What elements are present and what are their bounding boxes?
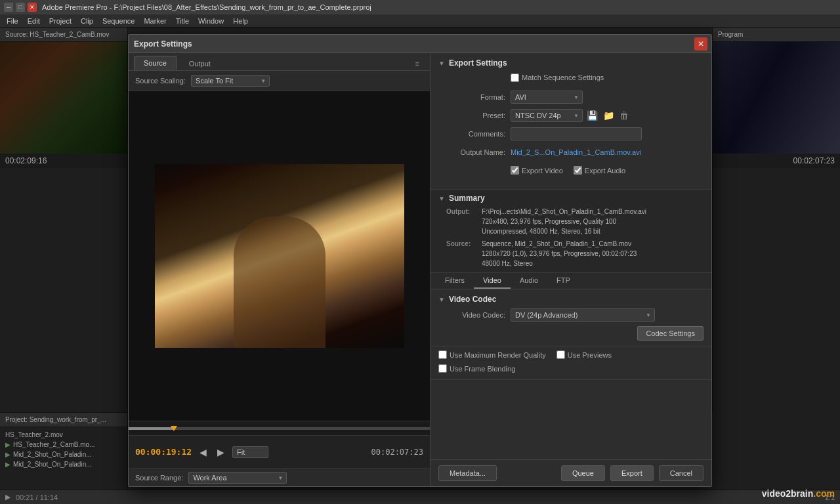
settings-scroll-area[interactable]: ▼ Export Settings Match Sequence Setting… <box>430 53 711 459</box>
minimize-button[interactable]: ─ <box>4 3 13 12</box>
playhead-marker <box>171 426 177 431</box>
codec-tabs: Filters Video Audio FTP <box>430 273 711 289</box>
use-previews-row: Use Previews <box>556 350 612 359</box>
preset-controls: NTSC DV 24p NTSC DV PAL DV ▼ 💾 📁 🗑 <box>511 109 630 122</box>
source-range-label: Source Range: <box>135 474 183 482</box>
video-codec-title: Video Codec <box>449 295 496 304</box>
source-scaling-select[interactable]: Scale To Fit Scale To Fill Stretch To Fi… <box>191 75 270 87</box>
use-previews-checkbox[interactable] <box>556 350 565 359</box>
menu-title[interactable]: Title <box>172 16 193 26</box>
tab-audio[interactable]: Audio <box>511 273 547 289</box>
export-button[interactable]: Export <box>610 465 654 481</box>
dialog-footer: Metadata... Queue Export Cancel <box>430 459 711 486</box>
title-bar: ─ □ ✕ Adobe Premiere Pro - F:\Project Fi… <box>0 0 840 14</box>
summary-output-row: Output: F:\Proj...ects\Mid_2_Shot_On_Pal… <box>446 207 704 236</box>
match-sequence-checkbox[interactable] <box>511 74 519 82</box>
frame-blending-checkbox[interactable] <box>438 364 447 373</box>
preview-timecode: 00:00:19:12 <box>135 447 192 457</box>
video-codec-triangle: ▼ <box>438 296 445 303</box>
format-row: Format: AVI H.264 QuickTime MPEG2 <box>438 90 704 104</box>
preview-video-content <box>155 164 404 348</box>
tab-settings-icon[interactable]: ≡ <box>410 57 425 70</box>
tab-video[interactable]: Video <box>474 273 511 289</box>
source-range-row: Source Range: Work Area Entire Sequence … <box>129 468 430 486</box>
save-preset-button[interactable]: 💾 <box>585 109 599 122</box>
comments-input[interactable] <box>511 127 642 140</box>
preset-select[interactable]: NTSC DV 24p NTSC DV PAL DV <box>511 109 583 122</box>
dialog-settings-section: ▼ Export Settings Match Sequence Setting… <box>430 53 711 486</box>
menu-edit[interactable]: Edit <box>24 16 44 26</box>
format-value: AVI H.264 QuickTime MPEG2 ▼ <box>511 91 704 104</box>
preview-video-frame <box>155 164 404 348</box>
export-checkboxes-row: Export Video Export Audio <box>438 163 704 180</box>
max-render-quality-checkbox[interactable] <box>438 350 447 359</box>
export-video-label: Export Video <box>522 167 563 175</box>
summary-section: ▼ Summary Output: F:\Proj...ects\Mid_2_S… <box>430 190 711 273</box>
source-scaling-label: Source Scaling: <box>135 77 186 85</box>
dialog-preview-section: Source Output ≡ Source Scaling: Scale To… <box>129 53 430 486</box>
codec-settings-button[interactable]: Codec Settings <box>637 326 704 341</box>
dialog-close-button[interactable]: ✕ <box>694 37 707 51</box>
dialog-overlay: Export Settings ✕ Source Output ≡ Source… <box>0 28 840 504</box>
tab-output[interactable]: Output <box>179 56 220 70</box>
close-app-button[interactable]: ✕ <box>28 3 37 12</box>
dialog-body: Source Output ≡ Source Scaling: Scale To… <box>129 53 711 486</box>
summary-output-key: Output: <box>446 207 479 236</box>
menu-bar: File Edit Project Clip Sequence Marker T… <box>0 14 840 28</box>
menu-clip[interactable]: Clip <box>77 16 97 26</box>
match-sequence-checkbox-row: Match Sequence Settings <box>511 74 604 82</box>
summary-source-val: Sequence, Mid_2_Shot_On_Paladin_1_CamB.m… <box>482 239 704 268</box>
fit-select[interactable]: Fit 25% 50% 100% <box>232 446 268 458</box>
import-preset-button[interactable]: 📁 <box>602 109 616 122</box>
export-settings-title: Export Settings <box>449 58 507 68</box>
summary-title: Summary <box>449 194 485 203</box>
menu-window[interactable]: Window <box>194 16 228 26</box>
source-range-select[interactable]: Work Area Entire Sequence Custom <box>188 472 287 484</box>
menu-marker[interactable]: Marker <box>140 16 170 26</box>
source-scaling-row: Source Scaling: Scale To Fit Scale To Fi… <box>129 71 430 91</box>
preview-controls: 00:00:19:12 ◀ ▶ Fit 25% 50% 100% 00:02:0… <box>129 435 430 468</box>
output-name-row: Output Name: Mid_2_S...On_Paladin_1_CamB… <box>438 145 704 159</box>
tab-filters[interactable]: Filters <box>436 273 474 289</box>
summary-output-val: F:\Proj...ects\Mid_2_Shot_On_Paladin_1_C… <box>482 207 704 236</box>
play-forward-button[interactable]: ▶ <box>215 446 227 459</box>
queue-button[interactable]: Queue <box>561 465 605 481</box>
tab-source[interactable]: Source <box>134 56 177 70</box>
menu-help[interactable]: Help <box>229 16 252 26</box>
menu-project[interactable]: Project <box>45 16 75 26</box>
tab-ftp[interactable]: FTP <box>547 273 579 289</box>
metadata-button[interactable]: Metadata... <box>438 465 497 481</box>
export-settings-subsection: ▼ Export Settings Match Sequence Setting… <box>430 53 711 190</box>
play-backward-button[interactable]: ◀ <box>197 446 209 459</box>
delete-preset-button[interactable]: 🗑 <box>618 109 630 122</box>
format-select-wrapper: AVI H.264 QuickTime MPEG2 ▼ <box>511 91 583 104</box>
source-scaling-wrapper: Scale To Fit Scale To Fill Stretch To Fi… <box>191 75 270 87</box>
comments-row: Comments: <box>438 127 704 141</box>
output-name-label: Output Name: <box>438 148 511 156</box>
menu-sequence[interactable]: Sequence <box>98 16 139 26</box>
frame-blending-label: Use Frame Blending <box>450 365 515 373</box>
summary-source-row: Source: Sequence, Mid_2_Shot_On_Paladin_… <box>446 239 704 268</box>
export-audio-row: Export Audio <box>574 166 625 175</box>
export-settings-triangle: ▼ <box>438 60 445 67</box>
output-name-value: Mid_2_S...On_Paladin_1_CamB.mov.avi <box>511 148 704 156</box>
maximize-button[interactable]: □ <box>16 3 25 12</box>
preset-label: Preset: <box>438 112 511 119</box>
cancel-button[interactable]: Cancel <box>659 465 704 481</box>
video-codec-select[interactable]: DV (24p Advanced) DV (NTSC) Uncompressed <box>511 308 655 322</box>
video-codec-select-wrapper: DV (24p Advanced) DV (NTSC) Uncompressed… <box>511 308 655 322</box>
format-label: Format: <box>438 93 511 101</box>
summary-content: Output: F:\Proj...ects\Mid_2_Shot_On_Pal… <box>438 207 704 268</box>
export-video-checkbox[interactable] <box>511 166 519 175</box>
output-name-link[interactable]: Mid_2_S...On_Paladin_1_CamB.mov.avi <box>511 148 641 156</box>
fit-select-wrapper: Fit 25% 50% 100% <box>232 446 268 458</box>
playhead-row[interactable] <box>129 421 430 435</box>
app-title: Adobe Premiere Pro - F:\Project Files\08… <box>42 3 371 11</box>
export-audio-checkbox[interactable] <box>574 166 582 175</box>
max-render-quality-row: Use Maximum Render Quality <box>438 350 546 359</box>
menu-file[interactable]: File <box>3 16 22 26</box>
format-select[interactable]: AVI H.264 QuickTime MPEG2 <box>511 91 583 104</box>
dialog-title-bar: Export Settings ✕ <box>129 35 711 53</box>
playhead-progress-bar <box>129 427 430 430</box>
export-video-row: Export Video <box>511 166 563 175</box>
